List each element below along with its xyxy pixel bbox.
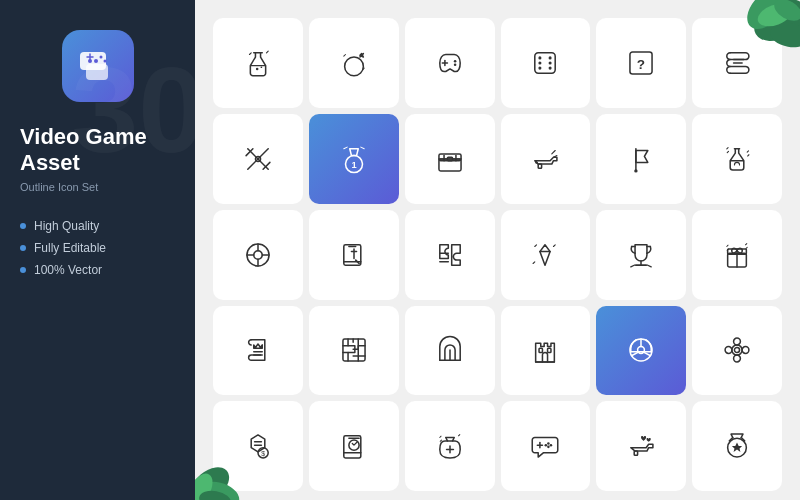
magic-bag-icon-cell[interactable] <box>405 401 495 491</box>
svg-point-80 <box>742 347 749 354</box>
bomb-icon-cell[interactable] <box>309 18 399 108</box>
joystick-icon-cell[interactable] <box>692 306 782 396</box>
svg-rect-70 <box>539 349 542 353</box>
blaster-icon-cell[interactable] <box>501 114 591 204</box>
trophy-icon-cell[interactable] <box>596 210 686 300</box>
svg-point-27 <box>549 61 552 64</box>
svg-point-26 <box>539 61 542 64</box>
svg-point-18 <box>349 62 352 65</box>
sidebar: 30 Video GameAsset Outline Icon Set High… <box>0 0 195 500</box>
svg-text:?: ? <box>637 57 645 72</box>
svg-text:1: 1 <box>351 159 356 169</box>
medal-icon-cell[interactable]: 1 <box>309 114 399 204</box>
svg-rect-67 <box>343 339 365 361</box>
game-book-icon-cell[interactable] <box>309 401 399 491</box>
plant-decoration-bottom <box>195 430 265 500</box>
gate-icon-cell[interactable] <box>405 306 495 396</box>
icon-grid: ? <box>213 18 782 491</box>
feature-item: High Quality <box>20 219 175 233</box>
sword-book-icon-cell[interactable] <box>309 210 399 300</box>
treasure-chest-icon-cell[interactable] <box>405 114 495 204</box>
page-subtitle: Outline Icon Set <box>20 181 175 193</box>
feature-item: 100% Vector <box>20 263 175 277</box>
scroll-crown-icon-cell[interactable] <box>213 306 303 396</box>
svg-rect-71 <box>548 349 551 353</box>
bullet-icon <box>20 267 26 273</box>
gun-hearts-icon-cell[interactable] <box>596 401 686 491</box>
svg-point-81 <box>734 356 741 363</box>
magic-potion-icon-cell[interactable] <box>692 114 782 204</box>
svg-point-21 <box>453 60 456 63</box>
features-list: High Quality Fully Editable 100% Vector <box>20 219 175 285</box>
castle-icon-cell[interactable] <box>501 306 591 396</box>
svg-rect-47 <box>539 164 542 168</box>
icon-count-bg: 30 <box>72 50 195 170</box>
svg-point-28 <box>539 66 542 69</box>
svg-point-24 <box>539 56 542 59</box>
svg-point-29 <box>549 66 552 69</box>
svg-rect-23 <box>535 53 555 73</box>
main-content: ? <box>195 0 800 500</box>
svg-point-97 <box>548 446 551 449</box>
bullet-icon <box>20 223 26 229</box>
puzzle-icon-cell[interactable] <box>405 210 495 300</box>
award-icon-cell[interactable] <box>692 401 782 491</box>
svg-point-25 <box>549 56 552 59</box>
svg-point-52 <box>254 250 263 259</box>
bullet-icon <box>20 245 26 251</box>
svg-rect-100 <box>634 451 637 455</box>
maze-icon-cell[interactable] <box>309 306 399 396</box>
gamepad-icon-cell[interactable] <box>405 18 495 108</box>
plant-decoration-top <box>710 0 800 90</box>
svg-line-75 <box>632 353 639 356</box>
dice-icon-cell[interactable] <box>501 18 591 108</box>
feature-item: Fully Editable <box>20 241 175 255</box>
svg-point-82 <box>725 347 732 354</box>
flag-icon-cell[interactable] <box>596 114 686 204</box>
svg-marker-102 <box>732 443 742 452</box>
crystal-icon-cell[interactable] <box>501 210 591 300</box>
steering-wheel-icon-cell[interactable] <box>596 306 686 396</box>
svg-point-98 <box>550 444 553 447</box>
potion-icon-cell[interactable] <box>213 18 303 108</box>
svg-point-79 <box>734 339 741 346</box>
svg-point-99 <box>545 444 548 447</box>
chat-bubble-icon-cell[interactable] <box>501 401 591 491</box>
svg-point-48 <box>536 161 539 164</box>
svg-point-17 <box>344 57 363 76</box>
controller-icon-cell[interactable] <box>213 210 303 300</box>
svg-point-22 <box>453 63 456 66</box>
swords-icon-cell[interactable] <box>213 114 303 204</box>
svg-point-96 <box>548 442 551 445</box>
question-block-icon-cell[interactable]: ? <box>596 18 686 108</box>
gift-box-icon-cell[interactable] <box>692 210 782 300</box>
svg-point-83 <box>735 348 740 353</box>
svg-point-15 <box>256 68 259 71</box>
svg-point-16 <box>260 66 262 68</box>
svg-point-50 <box>634 169 637 172</box>
svg-line-76 <box>644 353 651 356</box>
